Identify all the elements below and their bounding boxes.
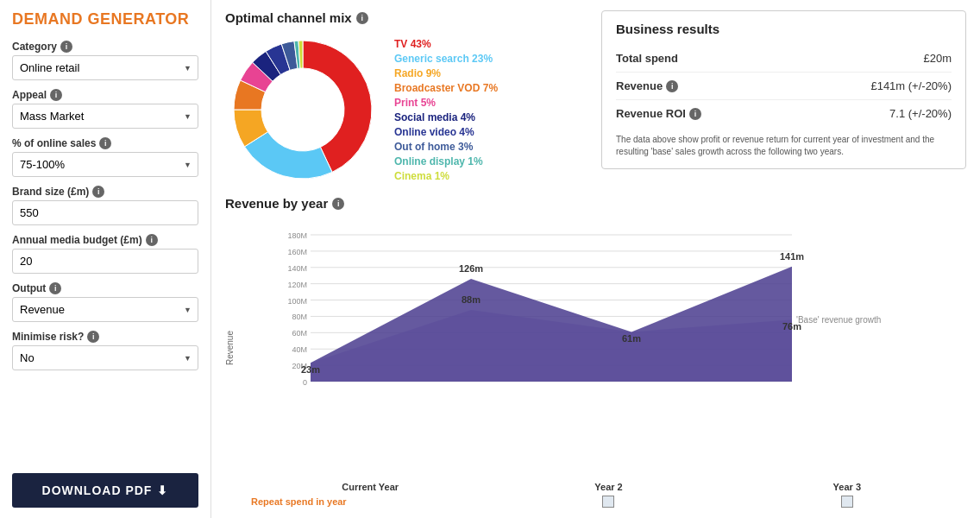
brand-size-input[interactable] bbox=[12, 200, 198, 225]
revenue-svg: 020M40M60M80M100M120M140M160M180M23m88m1… bbox=[238, 218, 966, 399]
legend-item: Print 5% bbox=[394, 97, 498, 109]
category-select-wrapper: Online retail bbox=[12, 55, 198, 80]
minimise-select[interactable]: No bbox=[12, 345, 198, 370]
svg-text:88m: 88m bbox=[462, 294, 481, 305]
result-row-revenue: Revenue i £141m (+/-20%) bbox=[616, 73, 952, 100]
chart-inner: 020M40M60M80M100M120M140M160M180M23m88m1… bbox=[238, 218, 966, 407]
legend-item: Online video 4% bbox=[394, 126, 498, 138]
minimise-field: Minimise risk? i No bbox=[12, 331, 198, 370]
svg-text:61m: 61m bbox=[622, 333, 641, 344]
chart-area: Revenue 020M40M60M80M100M120M140M160M180… bbox=[225, 218, 966, 478]
svg-text:0: 0 bbox=[303, 378, 307, 387]
revenue-info-icon[interactable]: i bbox=[666, 80, 678, 92]
annual-budget-field: Annual media budget (£m) i bbox=[12, 234, 198, 274]
brand-size-label: Brand size (£m) i bbox=[12, 186, 198, 198]
output-select-wrapper: Revenue bbox=[12, 297, 198, 322]
legend-item: Broadcaster VOD 7% bbox=[394, 82, 498, 94]
legend-item: Social media 4% bbox=[394, 111, 498, 123]
channel-legend: TV 43%Generic search 23%Radio 9%Broadcas… bbox=[394, 38, 498, 182]
x-label-year2: Year 2 bbox=[489, 482, 727, 492]
online-sales-select-wrapper: 75-100% bbox=[12, 152, 198, 177]
output-field: Output i Revenue bbox=[12, 282, 198, 322]
revenue-label: Revenue i bbox=[616, 79, 678, 92]
spend-label: Total spend bbox=[616, 52, 678, 65]
results-title: Business results bbox=[616, 22, 952, 36]
appeal-select[interactable]: Mass Market bbox=[12, 104, 198, 129]
brand-size-field: Brand size (£m) i bbox=[12, 186, 198, 225]
brand-size-info-icon[interactable]: i bbox=[92, 186, 104, 198]
output-select[interactable]: Revenue bbox=[12, 297, 198, 322]
result-row-spend: Total spend £20m bbox=[616, 45, 952, 73]
svg-text:60M: 60M bbox=[292, 329, 307, 338]
svg-text:180M: 180M bbox=[287, 231, 307, 240]
legend-item: Radio 9% bbox=[394, 67, 498, 79]
download-icon: ⬇ bbox=[157, 483, 168, 497]
annual-budget-input[interactable] bbox=[12, 249, 198, 274]
svg-text:40M: 40M bbox=[292, 345, 307, 354]
appeal-info-icon[interactable]: i bbox=[50, 89, 62, 101]
appeal-select-wrapper: Mass Market bbox=[12, 104, 198, 129]
results-box: Business results Total spend £20m Revenu… bbox=[601, 10, 966, 169]
legend-item: TV 43% bbox=[394, 38, 498, 50]
svg-text:140M: 140M bbox=[287, 264, 307, 273]
online-sales-info-icon[interactable]: i bbox=[99, 137, 111, 149]
output-label: Output i bbox=[12, 282, 198, 294]
download-label: DOWNLOAD PDF bbox=[42, 483, 153, 497]
repeat-checkbox-year2-box[interactable] bbox=[602, 496, 614, 508]
revenue-title: Revenue by year i bbox=[225, 196, 966, 211]
annual-budget-label: Annual media budget (£m) i bbox=[12, 234, 198, 246]
online-sales-select[interactable]: 75-100% bbox=[12, 152, 198, 177]
x-axis-labels: Current Year Year 2 Year 3 bbox=[225, 482, 966, 492]
channel-mix-content: TV 43%Generic search 23%Radio 9%Broadcas… bbox=[225, 32, 587, 187]
business-results-panel: Business results Total spend £20m Revenu… bbox=[601, 10, 966, 187]
legend-item: Generic search 23% bbox=[394, 53, 498, 65]
legend-item: Online display 1% bbox=[394, 155, 498, 167]
roi-value: 7.1 (+/-20%) bbox=[889, 107, 952, 120]
svg-text:80M: 80M bbox=[292, 313, 307, 321]
minimise-info-icon[interactable]: i bbox=[87, 331, 99, 343]
channel-mix-info-icon[interactable]: i bbox=[356, 12, 368, 24]
online-sales-label: % of online sales i bbox=[12, 137, 198, 149]
annual-budget-info-icon[interactable]: i bbox=[146, 234, 158, 246]
spend-value: £20m bbox=[923, 52, 952, 65]
svg-text:100M: 100M bbox=[287, 297, 307, 306]
x-label-year3: Year 3 bbox=[728, 482, 966, 492]
results-note: The data above show profit or revenue re… bbox=[616, 134, 952, 158]
x-label-current: Current Year bbox=[251, 482, 489, 492]
channel-mix-panel: Optimal channel mix i TV 43%Generic sear… bbox=[225, 10, 587, 187]
appeal-field: Appeal i Mass Market bbox=[12, 89, 198, 129]
svg-text:141m: 141m bbox=[780, 251, 804, 262]
result-row-roi: Revenue ROI i 7.1 (+/-20%) bbox=[616, 100, 952, 127]
repeat-row: Repeat spend in year bbox=[225, 496, 966, 508]
top-row: Optimal channel mix i TV 43%Generic sear… bbox=[225, 10, 966, 187]
legend-item: Cinema 1% bbox=[394, 170, 498, 182]
sidebar: DEMAND GENERATOR Category i Online retai… bbox=[0, 0, 211, 518]
output-info-icon[interactable]: i bbox=[49, 282, 61, 294]
category-info-icon[interactable]: i bbox=[60, 41, 72, 53]
svg-text:160M: 160M bbox=[287, 248, 307, 256]
category-field: Category i Online retail bbox=[12, 41, 198, 80]
download-pdf-button[interactable]: DOWNLOAD PDF ⬇ bbox=[12, 473, 198, 508]
online-sales-field: % of online sales i 75-100% bbox=[12, 137, 198, 177]
category-select[interactable]: Online retail bbox=[12, 55, 198, 80]
y-axis-label: Revenue bbox=[225, 331, 235, 365]
channel-mix-title: Optimal channel mix i bbox=[225, 10, 587, 25]
svg-text:'Base' revenue growth: 'Base' revenue growth bbox=[796, 315, 881, 325]
minimise-select-wrapper: No bbox=[12, 345, 198, 370]
roi-label: Revenue ROI i bbox=[616, 107, 701, 120]
revenue-info-icon-title[interactable]: i bbox=[332, 198, 344, 210]
category-label: Category i bbox=[12, 41, 198, 53]
minimise-label: Minimise risk? i bbox=[12, 331, 198, 343]
revenue-value: £141m (+/-20%) bbox=[870, 79, 952, 92]
repeat-checkbox-year3-box[interactable] bbox=[841, 496, 853, 508]
roi-info-icon[interactable]: i bbox=[689, 108, 701, 120]
revenue-section: Revenue by year i Revenue 020M40M60M80M1… bbox=[225, 196, 966, 508]
repeat-label: Repeat spend in year bbox=[251, 496, 489, 507]
repeat-checkbox-year3 bbox=[728, 496, 966, 508]
svg-text:120M: 120M bbox=[287, 281, 307, 289]
svg-text:23m: 23m bbox=[301, 364, 320, 375]
legend-item: Out of home 3% bbox=[394, 141, 498, 153]
donut-chart bbox=[225, 32, 380, 187]
appeal-label: Appeal i bbox=[12, 89, 198, 101]
app-title: DEMAND GENERATOR bbox=[12, 10, 198, 28]
